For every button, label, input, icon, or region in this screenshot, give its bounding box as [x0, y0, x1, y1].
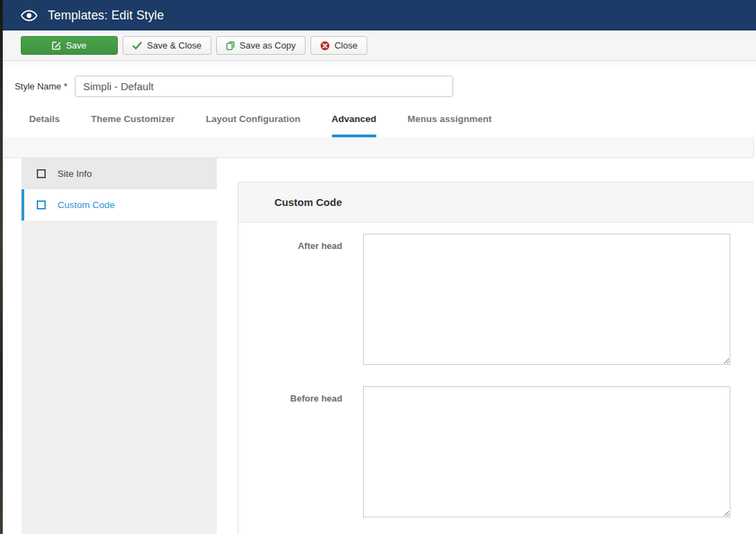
- style-name-row: Style Name *: [0, 67, 756, 97]
- nav-item-site-info[interactable]: Site Info: [21, 158, 217, 189]
- custom-code-panel: Custom Code After head Before head: [238, 182, 754, 534]
- before-head-label: Before head: [238, 386, 342, 517]
- checkbox-square-icon: [37, 169, 46, 178]
- custom-code-panel-header: Custom Code: [238, 182, 754, 223]
- tab-theme-customizer[interactable]: Theme Customizer: [91, 114, 175, 137]
- tab-menus-assignment[interactable]: Menus assignment: [407, 114, 492, 137]
- save-as-copy-button[interactable]: Save as Copy: [216, 36, 306, 55]
- nav-item-site-info-label: Site Info: [58, 169, 92, 179]
- close-button[interactable]: Close: [310, 36, 367, 55]
- save-and-close-button[interactable]: Save & Close: [123, 36, 211, 55]
- copy-icon: [226, 41, 235, 51]
- style-name-input[interactable]: [75, 76, 453, 97]
- toolbar: Save Save & Close Save as Copy Close: [0, 31, 756, 61]
- tab-advanced[interactable]: Advanced: [332, 114, 377, 137]
- save-pencil-icon: [52, 41, 61, 50]
- eye-icon: [21, 10, 37, 21]
- before-head-textarea[interactable]: [363, 386, 730, 517]
- toolbar-shadow-strip: [0, 61, 756, 67]
- nav-item-custom-code[interactable]: Custom Code: [21, 189, 217, 221]
- save-button[interactable]: Save: [21, 36, 118, 55]
- background-edge: [0, 0, 3, 534]
- tab-layout-configuration[interactable]: Layout Configuration: [206, 114, 300, 137]
- before-head-row: Before head: [238, 386, 754, 517]
- checkbox-square-icon: [37, 200, 46, 209]
- tab-details[interactable]: Details: [29, 114, 60, 137]
- after-head-textarea[interactable]: [363, 234, 730, 365]
- tab-content-top-band: [0, 137, 754, 158]
- settings-nav: Site Info Custom Code: [21, 158, 217, 534]
- save-button-label: Save: [66, 40, 87, 51]
- page-title: Templates: Edit Style: [48, 8, 164, 23]
- after-head-row: After head: [238, 234, 754, 365]
- tab-bar: Details Theme Customizer Layout Configur…: [0, 97, 756, 137]
- custom-code-panel-body: After head Before head: [238, 223, 754, 517]
- check-icon: [132, 42, 142, 50]
- after-head-label: After head: [238, 234, 342, 365]
- advanced-tab-content: Site Info Custom Code Custom Code After …: [0, 158, 756, 534]
- nav-item-custom-code-label: Custom Code: [58, 200, 115, 210]
- cancel-icon: [320, 41, 330, 51]
- save-and-close-label: Save & Close: [147, 40, 202, 51]
- panel-title: Custom Code: [274, 196, 342, 208]
- close-button-label: Close: [335, 40, 358, 51]
- save-as-copy-label: Save as Copy: [240, 40, 296, 51]
- app-header: Templates: Edit Style: [0, 0, 756, 31]
- settings-nav-filler: [21, 221, 217, 534]
- style-name-label: Style Name *: [0, 81, 67, 92]
